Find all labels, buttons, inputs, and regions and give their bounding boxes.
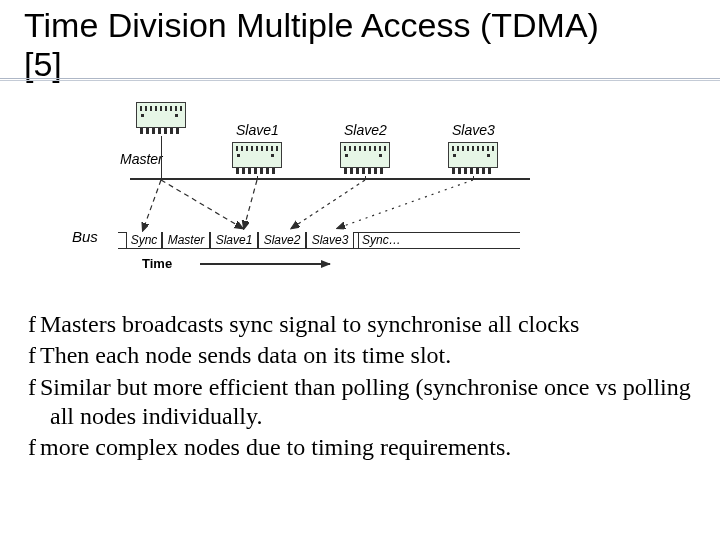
svg-line-2: [244, 180, 257, 228]
bullet-item: fThen each node sends data on its time s…: [28, 341, 698, 370]
bullet-text: Then each node sends data on its time sl…: [40, 342, 451, 368]
svg-line-3: [292, 180, 365, 228]
slot-master: Master: [162, 232, 210, 248]
slot-slave3: Slave3: [306, 232, 354, 248]
svg-line-1: [161, 180, 242, 228]
slot-slave2: Slave2: [258, 232, 306, 248]
slide-title: Time Division Multiple Access (TDMA) [5]: [24, 6, 704, 84]
bullet-item: fSimilar but more efficient than polling…: [28, 373, 698, 432]
slot-sync: Sync: [126, 232, 162, 248]
bullet-glyph-icon: f: [28, 374, 40, 400]
bullet-glyph-icon: f: [28, 311, 40, 337]
bullet-item: fmore complex nodes due to timing requir…: [28, 433, 698, 462]
slide: Time Division Multiple Access (TDMA) [5]…: [0, 0, 720, 540]
bullet-glyph-icon: f: [28, 342, 40, 368]
bullet-text: Similar but more efficient than polling …: [40, 374, 691, 429]
title-underline: [0, 80, 720, 81]
title-line-1: Time Division Multiple Access (TDMA): [24, 6, 599, 44]
bullet-text: more complex nodes due to timing require…: [40, 434, 511, 460]
bullet-item: fMasters broadcasts sync signal to synch…: [28, 310, 698, 339]
time-arrow-icon: [200, 263, 330, 265]
slot-slave1: Slave1: [210, 232, 258, 248]
svg-line-0: [143, 180, 161, 230]
bullet-text: Masters broadcasts sync signal to synchr…: [40, 311, 579, 337]
bullet-glyph-icon: f: [28, 434, 40, 460]
title-underline: [0, 78, 720, 79]
time-label: Time: [142, 256, 172, 271]
tdma-diagram: Master Slave1 Slave2 Slave3 Bus: [70, 96, 580, 286]
svg-line-4: [338, 180, 473, 228]
bullet-list: fMasters broadcasts sync signal to synch…: [28, 310, 698, 464]
slot-sync2: Sync…: [358, 232, 401, 248]
timeline-bottom: [118, 248, 520, 249]
